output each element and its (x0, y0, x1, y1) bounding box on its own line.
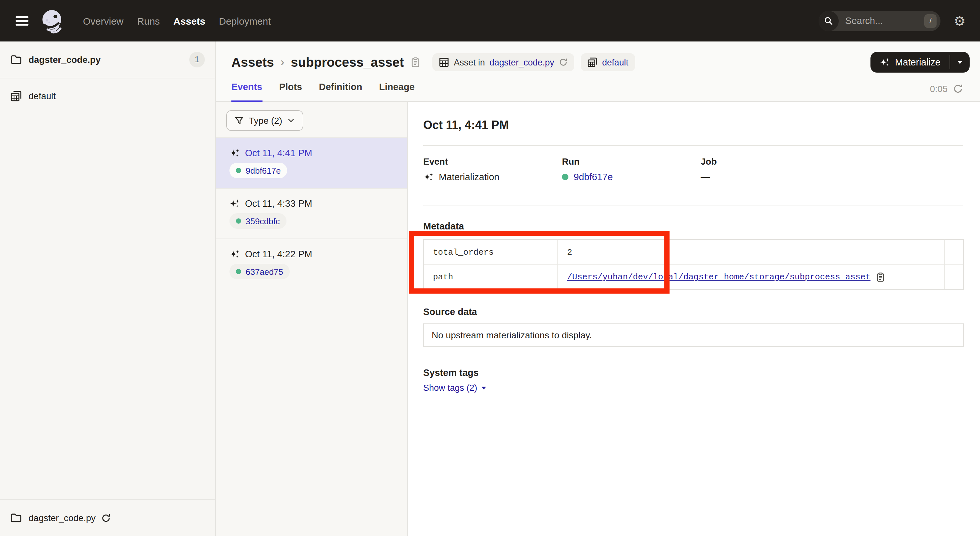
nav-item-runs[interactable]: Runs (136, 11, 161, 30)
metadata-extra-cell (945, 240, 963, 264)
asset-tabs: Events Plots Definition Lineage 0:05 (216, 73, 980, 102)
nav-item-overview[interactable]: Overview (82, 11, 125, 30)
tab-definition[interactable]: Definition (319, 82, 362, 102)
metadata-heading: Metadata (423, 221, 963, 231)
job-column: Job — (701, 156, 963, 182)
search-shortcut-key: / (924, 14, 937, 27)
run-status-dot (236, 168, 241, 173)
event-type-value: Materialization (439, 172, 500, 182)
search-box[interactable]: / (819, 11, 940, 31)
run-id-link[interactable]: 9dbf617e (246, 165, 281, 175)
metadata-value: 2 (558, 240, 945, 264)
type-filter-button[interactable]: Type (2) (226, 110, 304, 131)
metadata-key: total_orders (424, 240, 558, 264)
event-column-label: Event (423, 156, 562, 167)
materialization-icon (229, 148, 240, 158)
event-list-item[interactable]: Oct 11, 4:41 PM 9dbf617e (216, 137, 407, 188)
show-tags-toggle[interactable]: Show tags (2) (423, 383, 487, 393)
search-input[interactable] (844, 15, 915, 27)
event-detail-title: Oct 11, 4:41 PM (423, 119, 963, 132)
metadata-extra-cell (945, 265, 963, 289)
asset-group-icon (10, 90, 22, 102)
folder-icon (10, 512, 22, 524)
event-summary-columns: Event Materialization Run (423, 156, 963, 182)
tab-plots[interactable]: Plots (279, 82, 302, 102)
copy-asset-name-icon[interactable] (410, 57, 421, 67)
tab-events[interactable]: Events (231, 82, 262, 102)
top-navigation-bar: Overview Runs Assets Deployment / ⚙ (0, 0, 980, 41)
reload-location-icon[interactable] (559, 58, 568, 67)
run-column-label: Run (562, 156, 701, 167)
job-value: — (701, 172, 710, 182)
run-id-link[interactable]: 9dbf617e (574, 172, 613, 182)
event-detail-panel: Oct 11, 4:41 PM Event Materialization (408, 102, 980, 536)
breadcrumb-separator: › (280, 56, 284, 69)
run-column: Run 9dbf617e (562, 156, 701, 182)
event-list-item[interactable]: Oct 11, 4:22 PM 637aed75 (216, 239, 407, 289)
event-column: Event Materialization (423, 156, 562, 182)
event-list-item[interactable]: Oct 11, 4:33 PM 359cdbfc (216, 188, 407, 239)
code-location-link[interactable]: dagster_code.py (489, 57, 554, 67)
divider (423, 145, 963, 146)
path-link[interactable]: /Users/yuhan/dev/local/dagster_home/stor… (567, 272, 870, 282)
filter-funnel-icon (235, 116, 244, 125)
materialize-button-label: Materialize (895, 57, 940, 67)
asset-count-badge: 1 (189, 52, 205, 67)
sidebar-code-location-footer[interactable]: dagster_code.py (0, 499, 215, 536)
sidebar-item-code-location[interactable]: dagster_code.py 1 (0, 41, 215, 78)
folder-icon (10, 54, 22, 65)
run-status-dot (236, 269, 241, 274)
page-title: subprocess_asset (291, 55, 404, 70)
hamburger-menu-icon[interactable] (14, 13, 30, 29)
run-id-pill[interactable]: 9dbf617e (229, 163, 287, 178)
sidebar-item-label: default (29, 91, 56, 101)
gear-icon[interactable]: ⚙ (953, 14, 966, 27)
sidebar-item-default-group[interactable]: default (0, 90, 215, 102)
chevron-down-icon (288, 117, 295, 124)
search-icon (824, 16, 834, 25)
run-status-dot (562, 174, 568, 180)
events-list-panel: Type (2) Oct 11, 4:41 PM (216, 102, 408, 536)
run-id-pill[interactable]: 637aed75 (229, 264, 290, 279)
refresh-icon[interactable] (953, 84, 963, 94)
caret-down-icon (957, 59, 963, 65)
run-id-pill[interactable]: 359cdbfc (229, 213, 286, 229)
materialization-icon (229, 198, 240, 209)
nav-item-deployment[interactable]: Deployment (218, 11, 272, 30)
asset-group-link[interactable]: default (602, 57, 628, 67)
asset-in-label: Asset in (454, 57, 485, 67)
tab-lineage[interactable]: Lineage (379, 82, 415, 102)
nav-item-assets[interactable]: Assets (172, 11, 207, 30)
event-timestamp: Oct 11, 4:33 PM (245, 198, 312, 209)
sidebar-footer-label: dagster_code.py (29, 513, 95, 523)
run-id-link[interactable]: 359cdbfc (246, 216, 280, 226)
materialize-dropdown-button[interactable] (950, 52, 970, 73)
materialize-button-group: Materialize (870, 52, 970, 73)
materialize-button[interactable]: Materialize (870, 52, 950, 73)
event-timestamp: Oct 11, 4:41 PM (245, 148, 312, 158)
top-nav-right: / ⚙ (819, 11, 966, 31)
search-icon-cap (819, 11, 839, 31)
breadcrumb-assets-link[interactable]: Assets (231, 55, 274, 70)
metadata-row: total_orders 2 (424, 240, 963, 264)
source-data-heading: Source data (423, 307, 963, 317)
breadcrumb: Assets › subprocess_asset Asset in (216, 41, 980, 73)
event-timestamp: Oct 11, 4:22 PM (245, 249, 312, 259)
metadata-key: path (424, 265, 558, 289)
dagster-logo-icon[interactable] (39, 8, 65, 34)
materialization-icon (423, 172, 434, 182)
dagster-app: Overview Runs Assets Deployment / ⚙ (0, 0, 980, 536)
asset-header: Assets › subprocess_asset Asset in (216, 41, 980, 102)
events-filter-area: Type (2) (216, 102, 407, 137)
show-tags-label: Show tags (2) (423, 383, 477, 393)
top-nav-items: Overview Runs Assets Deployment (82, 11, 272, 30)
divider (423, 205, 963, 205)
copy-path-icon[interactable] (876, 272, 885, 282)
asset-group-icon (587, 57, 598, 67)
caret-down-icon (481, 385, 487, 391)
source-data-empty-message: No upstream materializations to display. (423, 323, 964, 347)
run-id-link[interactable]: 637aed75 (246, 267, 283, 277)
main-area: Assets › subprocess_asset Asset in (216, 41, 980, 536)
reload-icon[interactable] (101, 513, 110, 523)
left-sidebar: dagster_code.py 1 default dagster_code.p… (0, 41, 216, 536)
